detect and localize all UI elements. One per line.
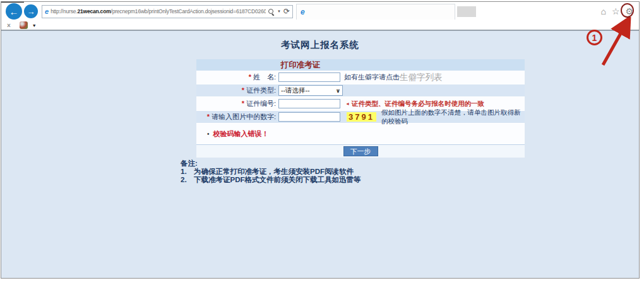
annotation-step-number: 1 <box>592 33 597 43</box>
captcha-image[interactable]: 3791 <box>347 112 376 122</box>
notes-title: 备注: <box>181 159 639 168</box>
required-asterisk: * <box>249 73 251 81</box>
page-title: 考试网上报名系统 <box>1 31 639 51</box>
refresh-icon[interactable]: ⟳ <box>283 7 290 16</box>
browser-toolbar: ← → e http://nurse.21wecan.com/precnepm1… <box>1 2 639 21</box>
next-step-button[interactable]: 下一步 <box>343 146 378 156</box>
button-row: 下一步 <box>196 144 525 158</box>
error-message: 校验码输入错误！ <box>213 129 269 139</box>
browser-window: ← → e http://nurse.21wecan.com/precnepm1… <box>1 1 640 279</box>
cert-warning-text: 证件类型、证件编号务必与报名时使用的一致 <box>352 100 484 108</box>
required-asterisk: * <box>207 113 210 120</box>
annotation-step-badge: 1 <box>587 30 602 45</box>
home-icon[interactable]: ⌂ <box>600 7 605 16</box>
annotation-gear-circle <box>621 3 634 18</box>
url-path: /precnepm16wb/printOnlyTestCardAction.do… <box>111 8 266 14</box>
addon-icon[interactable] <box>20 21 28 29</box>
cert-no-label: *证件编号: <box>196 99 276 108</box>
cert-type-label-text: 证件类型: <box>246 86 276 94</box>
address-bar[interactable]: e http://nurse.21wecan.com/precnepm16wb/… <box>42 5 293 18</box>
warning-pointer-icon: ◄ <box>345 101 350 106</box>
favorites-star-icon[interactable]: ☆ <box>612 7 620 16</box>
notes: 备注: 1. 为确保正常打印准考证，考生须安装PDF阅读软件 2. 下载准考证P… <box>181 159 639 184</box>
back-button[interactable]: ← <box>6 3 22 20</box>
search-dropdown-icon[interactable]: ▼ <box>277 9 281 13</box>
back-arrow-icon: ← <box>9 6 19 17</box>
cert-type-label: *证件类型: <box>196 86 276 95</box>
ie-tab-icon: e <box>301 8 305 16</box>
secondary-toolbar: × ▼ <box>1 21 639 31</box>
name-input[interactable] <box>278 72 340 82</box>
cert-type-select[interactable]: --请选择-- ∨ <box>278 85 343 96</box>
captcha-hint: 假如图片上面的数字不清楚，请单击图片取得新的校验码 <box>381 108 525 126</box>
url-prefix: http://nurse. <box>51 8 77 14</box>
browser-tab[interactable]: e <box>296 4 455 20</box>
close-icon[interactable]: × <box>7 22 11 29</box>
form-row-name: *姓 名: 如有生僻字请点击 生僻字列表 <box>196 71 525 84</box>
required-asterisk: * <box>242 100 244 107</box>
captcha-label: *请输入图片中的数字: <box>196 112 276 122</box>
url-text: http://nurse.21wecan.com/precnepm16wb/pr… <box>51 8 266 14</box>
rare-char-list-link[interactable]: 生僻字列表 <box>400 72 443 83</box>
screenshot-edge-artifact <box>1 1 24 3</box>
cert-no-label-text: 证件编号: <box>246 100 276 107</box>
url-domain: 21wecan.com <box>77 8 110 14</box>
notes-item: 1. 为确保正常打印准考证，考生须安装PDF阅读软件 <box>181 168 639 176</box>
name-note: 如有生僻字请点击 <box>344 72 400 82</box>
name-label: *姓 名: <box>196 72 276 82</box>
bullet-icon: • <box>207 130 210 137</box>
print-ticket-form: 打印准考证 *姓 名: 如有生僻字请点击 生僻字列表 *证件类型: --请选择-… <box>196 59 525 158</box>
form-row-cert-type: *证件类型: --请选择-- ∨ <box>196 84 525 97</box>
error-section: • 校验码输入错误！ <box>196 124 525 144</box>
form-header: 打印准考证 <box>196 59 525 71</box>
captcha-label-text: 请输入图片中的数字: <box>212 113 276 120</box>
form-row-captcha: *请输入图片中的数字: 3791 假如图片上面的数字不清楚，请单击图片取得新的校… <box>196 110 525 124</box>
select-caret-icon: ∨ <box>336 88 340 94</box>
annotation-arrow <box>595 17 638 69</box>
page-content: 考试网上报名系统 打印准考证 *姓 名: 如有生僻字请点击 生僻字列表 *证件类… <box>1 31 639 278</box>
ie-page-icon: e <box>45 8 49 15</box>
cert-no-input[interactable] <box>278 99 340 108</box>
notes-item: 2. 下载准考证PDF格式文件前须关闭下载工具如迅雷等 <box>181 176 639 184</box>
name-label-text: 姓 名: <box>253 73 276 81</box>
cert-type-selected-value: --请选择-- <box>281 86 310 95</box>
search-icon[interactable] <box>268 8 275 15</box>
addon-dropdown-icon[interactable]: ▼ <box>32 23 37 28</box>
captcha-input[interactable] <box>278 112 340 122</box>
forward-arrow-icon: → <box>27 7 35 16</box>
new-tab-button[interactable] <box>457 6 476 17</box>
forward-button[interactable]: → <box>24 4 38 18</box>
required-asterisk: * <box>242 86 244 94</box>
